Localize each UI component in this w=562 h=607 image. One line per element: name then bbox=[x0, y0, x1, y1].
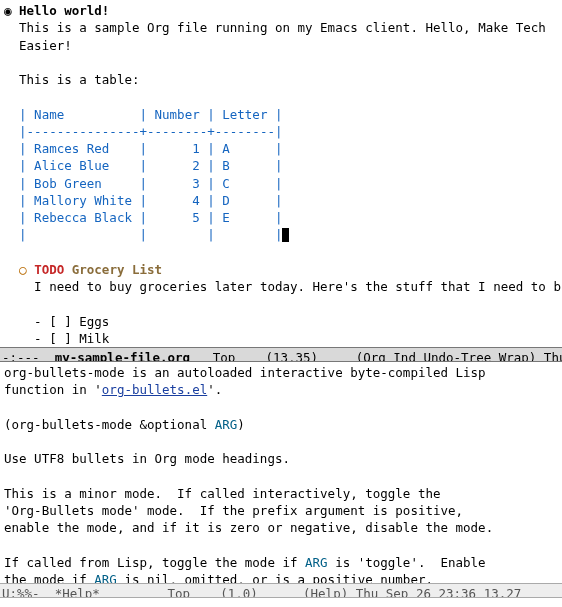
org-table-row-empty: | | | | bbox=[19, 227, 282, 242]
modeline-status: -:--- bbox=[2, 350, 55, 362]
help-line: Use UTF8 bullets in Org mode headings. bbox=[4, 451, 290, 466]
help-signature: (org-bullets-mode &optional bbox=[4, 417, 215, 432]
org-paragraph-line: I need to buy groceries later today. Her… bbox=[34, 279, 562, 294]
help-line: is 'toggle'. Enable bbox=[328, 555, 486, 570]
org-checkbox-item[interactable]: - [ ] Milk bbox=[34, 331, 109, 346]
help-line: 'Org-Bullets mode' mode. If the prefix a… bbox=[4, 503, 463, 518]
org-table-header: | Name | Number | Letter | bbox=[19, 107, 282, 122]
org-buffer[interactable]: ◉ Hello world! This is a sample Org file… bbox=[0, 0, 562, 347]
modeline-position-modes: Top (13,35) (Org Ind Undo-Tree Wrap) Thu… bbox=[190, 350, 562, 362]
modeline-org[interactable]: -:--- my-sample-file.org Top (13,35) (Or… bbox=[0, 347, 562, 362]
modeline-text: U:%%- *Help* Top (1,0) (Help) Thu Sep 26… bbox=[2, 586, 521, 598]
org-table-row: | Ramces Red | 1 | A | bbox=[19, 141, 282, 156]
emacs-frame: ◉ Hello world! This is a sample Org file… bbox=[0, 0, 562, 607]
help-line: This is a minor mode. If called interact… bbox=[4, 486, 441, 501]
help-buffer[interactable]: org-bullets-mode is an autoloaded intera… bbox=[0, 362, 562, 583]
help-arg: ARG bbox=[215, 417, 238, 432]
help-line: the mode if bbox=[4, 572, 94, 583]
help-line: org-bullets-mode is an autoloaded intera… bbox=[4, 365, 486, 380]
echo-area[interactable] bbox=[0, 598, 562, 607]
org-table-separator: |---------------+--------+--------| bbox=[19, 124, 282, 139]
help-line: '. bbox=[207, 382, 222, 397]
org-table-row: | Alice Blue | 2 | B | bbox=[19, 158, 282, 173]
help-line: enable the mode, and if it is zero or ne… bbox=[4, 520, 493, 535]
help-arg: ARG bbox=[94, 572, 117, 583]
text-cursor bbox=[282, 228, 289, 242]
modeline-help[interactable]: U:%%- *Help* Top (1,0) (Help) Thu Sep 26… bbox=[0, 583, 562, 598]
help-signature-close: ) bbox=[237, 417, 245, 432]
org-table-row: | Mallory White | 4 | D | bbox=[19, 193, 282, 208]
org-paragraph-line: This is a table: bbox=[19, 72, 139, 87]
org-todo-keyword: TODO bbox=[34, 262, 64, 277]
org-paragraph-line: Easier! bbox=[19, 38, 72, 53]
help-line: is nil, omitted, or is a positive number… bbox=[117, 572, 433, 583]
org-bullet-level1: ◉ bbox=[4, 3, 12, 18]
org-bullet-level2: ○ bbox=[19, 262, 27, 277]
help-line: function in ' bbox=[4, 382, 102, 397]
org-heading-2: Grocery List bbox=[72, 262, 162, 277]
modeline-filename: my-sample-file.org bbox=[55, 350, 190, 362]
org-table-row: | Bob Green | 3 | C | bbox=[19, 176, 282, 191]
org-paragraph-line: This is a sample Org file running on my … bbox=[19, 20, 546, 35]
help-file-link[interactable]: org-bullets.el bbox=[102, 382, 207, 397]
org-table-row: | Rebecca Black | 5 | E | bbox=[19, 210, 282, 225]
help-arg: ARG bbox=[305, 555, 328, 570]
org-heading-1: Hello world! bbox=[19, 3, 109, 18]
org-checkbox-item[interactable]: - [ ] Eggs bbox=[34, 314, 109, 329]
help-line: If called from Lisp, toggle the mode if bbox=[4, 555, 305, 570]
